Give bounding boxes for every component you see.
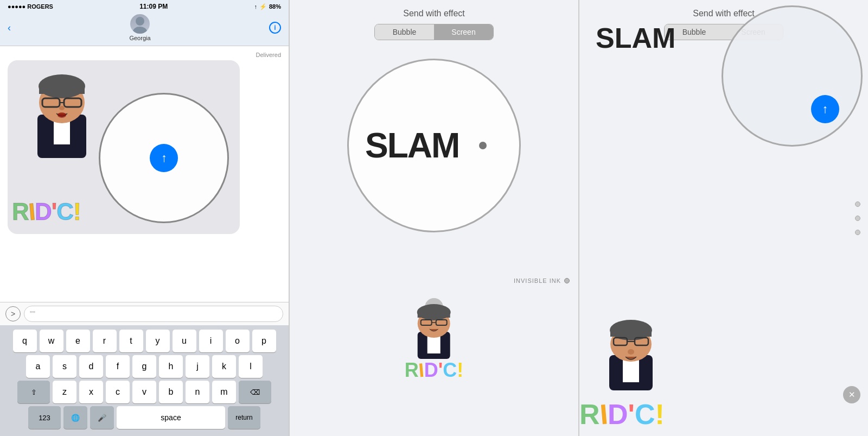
key-l[interactable]: l [239,355,263,378]
delivered-label: Delivered [8,52,281,58]
svg-rect-16 [418,312,450,318]
key-s[interactable]: s [53,355,76,378]
send-button[interactable]: ↑ [150,144,178,172]
key-w[interactable]: w [40,330,63,352]
key-u[interactable]: u [173,330,196,352]
key-a[interactable]: a [26,355,50,378]
key-t[interactable]: t [119,330,143,352]
key-b[interactable]: b [159,381,183,403]
letter-i2: ' [52,198,56,225]
key-r[interactable]: r [93,330,117,352]
info-button[interactable]: i [269,22,281,34]
p3-zoom-circle: ↑ [722,5,863,147]
letter-r: R [12,198,29,225]
bitmoji-preview-2 [407,299,461,359]
messages-area: Delivered [0,46,289,302]
key-x[interactable]: x [79,381,103,403]
signal-dots: ●●●●● [8,3,25,10]
tab-bubble-2[interactable]: Bubble [375,24,434,40]
key-z[interactable]: z [53,381,76,403]
svg-point-28 [628,349,634,355]
svg-rect-6 [39,86,85,94]
keyboard-row-2: a s d f g h j k l [2,355,286,378]
key-g[interactable]: g [132,355,156,378]
message-bubble: R I D ' C ! ↑ [8,60,240,234]
key-i[interactable]: i [199,330,223,352]
svg-point-10 [59,106,65,110]
keyboard-row-3: ⇧ z x c v b n m ⌫ [2,381,286,403]
send-arrow-p3: ↑ [822,102,828,116]
close-button-p3[interactable]: ✕ [843,386,860,403]
slam-text-p3: SLAM [596,22,675,54]
invisible-ink-row[interactable]: INVISIBLE INK [514,277,570,284]
invisible-ink-label: INVISIBLE INK [514,277,561,284]
p3-options [855,201,860,235]
key-mic[interactable]: 🎤 [90,406,114,429]
send-effect-panel-2: Send with effect Bubble Screen SLAM INVI… [290,0,578,436]
message-input[interactable]: "" [24,306,283,322]
zoom-circle: ↑ [99,93,229,223]
contact-name: Georgia [129,35,150,41]
slam-dot [479,142,487,149]
tab-screen-2[interactable]: Screen [434,24,493,40]
key-y[interactable]: y [146,330,170,352]
svg-point-1 [133,27,147,34]
key-m[interactable]: m [212,381,236,403]
avatar-inner [130,14,150,34]
key-return[interactable]: return [228,406,260,429]
key-d[interactable]: d [79,355,103,378]
input-area: > "" [0,302,289,325]
option-dot-2[interactable] [855,216,860,221]
keyboard-row-4: 123 🌐 🎤 space return [2,406,286,429]
key-delete[interactable]: ⌫ [239,381,271,403]
avatar-svg [130,14,150,34]
key-123[interactable]: 123 [28,406,61,429]
send-arrow-icon: ↑ [161,151,167,165]
time-label: 11:09 PM [139,3,168,10]
key-q[interactable]: q [13,330,37,352]
send-effect-panel-3: Send with effect Bubble Screen SLAM ↑ [579,0,868,436]
battery-label: 88% [269,3,281,10]
ridic-text: R I D ' C ! [12,198,81,225]
key-o[interactable]: o [226,330,250,352]
key-n[interactable]: n [186,381,209,403]
zoom-circle-inner: ↑ [100,94,227,222]
p3-content: SLAM ↑ R I [579,0,868,436]
key-globe[interactable]: 🌐 [63,406,87,429]
key-c[interactable]: c [106,381,130,403]
key-v[interactable]: v [132,381,156,403]
key-f[interactable]: f [106,355,130,378]
svg-point-0 [136,17,144,26]
invisible-ink-dot [564,278,570,283]
key-e[interactable]: e [66,330,90,352]
effect-content-2: SLAM INVISIBLE INK ✕ [290,48,578,436]
send-button-p3[interactable]: ↑ [811,95,839,123]
letter-excl: ! [73,198,81,225]
keyboard: q w e r t y u i o p a s d f g h j k l ⇧ … [0,325,289,436]
key-j[interactable]: j [186,355,209,378]
key-shift[interactable]: ⇧ [17,381,50,403]
key-h[interactable]: h [159,355,183,378]
contact-info[interactable]: Georgia [129,14,150,41]
status-right: ↑ ⚡ 88% [254,3,281,10]
option-dot-3[interactable] [855,230,860,235]
avatar [130,14,150,34]
effect-header-2: Send with effect [290,0,578,24]
bluetooth-icon: ⚡ [259,3,267,10]
option-dot-1[interactable] [855,201,860,207]
slam-text: SLAM [349,125,459,166]
carrier-label: ROGERS [27,3,53,10]
svg-point-11 [58,112,66,118]
effect-tabs-2: Bubble Screen [374,24,494,40]
status-bar: ●●●●● ROGERS 11:09 PM ↑ ⚡ 88% [0,0,289,12]
quotes-label: "" [30,309,35,318]
info-label: i [274,24,276,31]
key-p[interactable]: p [252,330,276,352]
back-button[interactable]: ‹ [8,22,11,34]
keyboard-row-1: q w e r t y u i o p [2,330,286,352]
expand-button[interactable]: > [5,306,21,321]
bitmoji-p3 [596,312,666,393]
key-k[interactable]: k [212,355,236,378]
svg-rect-24 [610,330,652,337]
key-space[interactable]: space [117,406,225,429]
